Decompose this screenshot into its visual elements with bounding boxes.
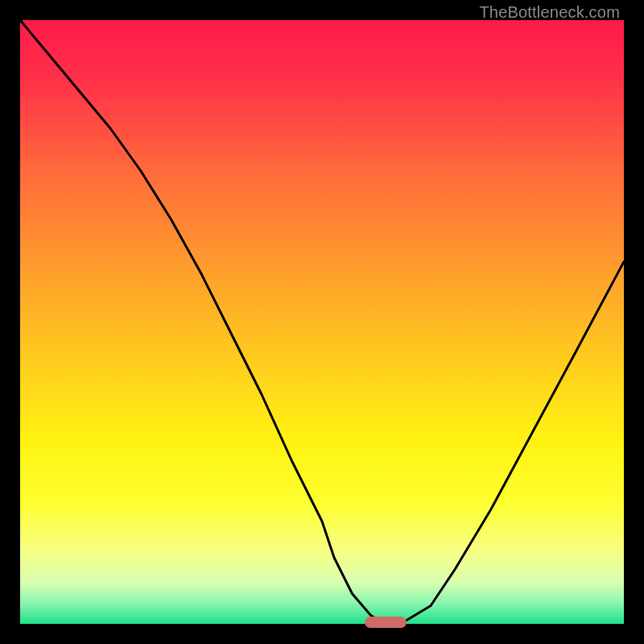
watermark-text: TheBottleneck.com — [479, 3, 620, 22]
chart-frame: TheBottleneck.com — [0, 0, 644, 644]
bottleneck-curve — [20, 20, 624, 624]
minimum-marker — [365, 617, 407, 628]
plot-area — [20, 20, 624, 624]
